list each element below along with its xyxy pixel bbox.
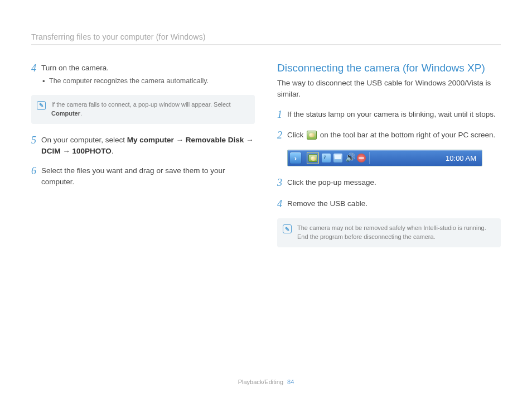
path-removable-disk: Removable Disk xyxy=(186,136,244,144)
note-icon: ✎ xyxy=(37,101,46,110)
step-body: Turn on the camera. • The computer recog… xyxy=(41,62,209,87)
step-number: 4 xyxy=(277,198,287,210)
r-step-2: 2 Click on the tool bar at the bottom ri… xyxy=(277,129,501,142)
step-text: Click the pop-up message. xyxy=(287,176,376,189)
t: . xyxy=(112,147,114,155)
step-text: Turn on the camera. xyxy=(41,63,209,74)
section-subtitle: The way to disconnect the USB cable for … xyxy=(277,78,501,100)
note-text: The camera may not be removed safely whe… xyxy=(297,224,494,242)
note-icon: ✎ xyxy=(283,224,292,233)
step-text: Remove the USB cable. xyxy=(287,198,367,210)
tray-display-icon xyxy=(333,154,342,162)
step-text: Select the files you want and drag or sa… xyxy=(41,165,255,188)
step-text: If the status lamp on your camera is bli… xyxy=(287,108,496,121)
content-columns: 4 Turn on the camera. • The computer rec… xyxy=(31,62,501,257)
t: on the tool bar at the bottom right of y… xyxy=(318,131,495,139)
step-4: 4 Turn on the camera. • The computer rec… xyxy=(31,62,255,87)
step-body: Click on the tool bar at the bottom righ… xyxy=(287,129,495,142)
page-header: Transferring files to your computer (for… xyxy=(31,32,501,45)
note-text: If the camera fails to connect, a pop-up… xyxy=(51,100,248,118)
tray-selected xyxy=(307,152,319,164)
t: Click xyxy=(287,131,306,139)
taskbar-expand-icon: › xyxy=(290,152,301,164)
note-box-2: ✎ The camera may not be removed safely w… xyxy=(277,218,501,247)
arrow: → xyxy=(244,136,253,144)
step-5: 5 On your computer, select My computer →… xyxy=(31,134,255,157)
tray-safely-remove-icon xyxy=(308,154,317,162)
tray-volume-icon: 🔊 xyxy=(345,154,354,162)
arrow: → xyxy=(174,136,186,144)
step-number: 2 xyxy=(277,129,287,142)
bullet-text: The computer recognizes the camera autom… xyxy=(49,76,209,87)
taskbar-clock: 10:00 AM xyxy=(373,154,480,162)
tray-alert-icon xyxy=(357,154,366,162)
t: On your computer, select xyxy=(41,136,127,144)
section-title: Disconnecting the camera (for Windows XP… xyxy=(277,62,501,74)
note-before: If the camera fails to connect, a pop-up… xyxy=(51,101,231,108)
step-number: 3 xyxy=(277,176,287,189)
path-100photo: 100PHOTO xyxy=(72,147,112,155)
windows-xp-taskbar: › 🔊 10:00 AM xyxy=(287,150,482,166)
right-column: Disconnecting the camera (for Windows XP… xyxy=(277,62,501,257)
footer-page-number: 84 xyxy=(287,379,294,385)
bullet-row: • The computer recognizes the camera aut… xyxy=(42,76,209,87)
r-step-3: 3 Click the pop-up message. xyxy=(277,176,501,189)
path-dcim: DCIM xyxy=(41,147,61,155)
left-column: 4 Turn on the camera. • The computer rec… xyxy=(31,62,255,257)
step-body: On your computer, select My computer → R… xyxy=(41,134,255,157)
page-footer: Playback/Editing 84 xyxy=(0,379,532,385)
note-box-1: ✎ If the camera fails to connect, a pop-… xyxy=(31,95,255,124)
r-step-1: 1 If the status lamp on your camera is b… xyxy=(277,108,501,121)
safely-remove-hardware-icon xyxy=(307,131,317,140)
footer-section: Playback/Editing xyxy=(238,379,283,385)
bullet-dot: • xyxy=(42,76,49,87)
step-number: 1 xyxy=(277,108,287,121)
tray-music-icon xyxy=(322,154,331,162)
step-number: 5 xyxy=(31,134,41,157)
taskbar-divider xyxy=(369,152,370,164)
arrow: → xyxy=(61,147,72,155)
step-number: 4 xyxy=(31,62,41,87)
r-step-4: 4 Remove the USB cable. xyxy=(277,198,501,210)
step-number: 6 xyxy=(31,165,41,188)
taskbar-tray: 🔊 xyxy=(304,152,366,164)
note-after: . xyxy=(80,110,82,117)
note-bold: Computer xyxy=(51,110,80,117)
path-my-computer: My computer xyxy=(127,136,174,144)
step-6: 6 Select the files you want and drag or … xyxy=(31,165,255,188)
